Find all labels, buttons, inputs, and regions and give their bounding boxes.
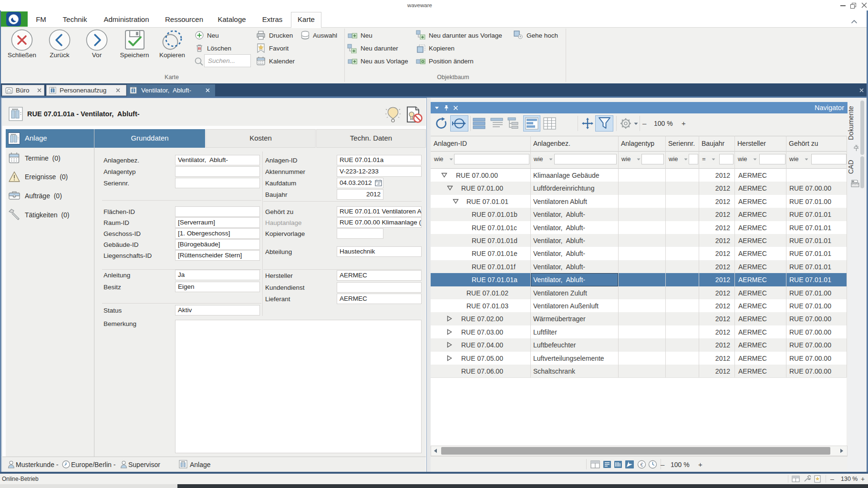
- svg-text:€: €: [640, 462, 643, 468]
